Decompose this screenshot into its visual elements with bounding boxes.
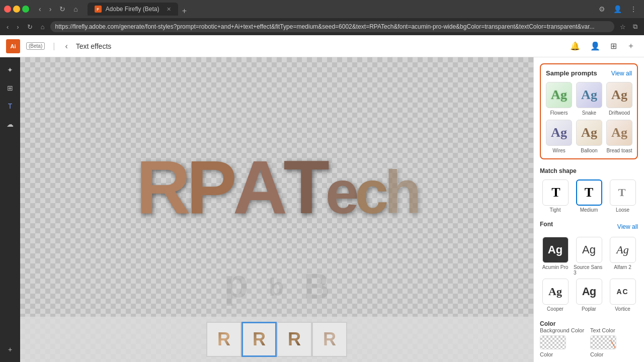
add-icon-btn[interactable]: + bbox=[2, 341, 19, 358]
forward-nav-button[interactable]: › bbox=[47, 4, 54, 14]
prompt-item-balloon[interactable]: Ag Balloon bbox=[576, 120, 602, 153]
thumbnail-3[interactable]: R bbox=[277, 322, 312, 357]
letter-h: h bbox=[384, 157, 417, 227]
addr-forward-button[interactable]: › bbox=[14, 22, 21, 32]
help-button[interactable]: ＋ bbox=[624, 39, 638, 53]
separator: | bbox=[53, 42, 55, 51]
prompt-thumb-snake: Ag bbox=[576, 82, 602, 108]
canvas-area: RPATech p b B R R R bbox=[20, 57, 533, 362]
prompt-label-bread: Bread toast bbox=[606, 148, 632, 153]
grid-icon-btn[interactable]: ⊞ bbox=[2, 79, 19, 97]
font-sourcesans[interactable]: Ag Source Sans 3 bbox=[574, 237, 604, 276]
prompt-label-balloon: Balloon bbox=[581, 148, 597, 153]
menu-button[interactable]: ⋮ bbox=[627, 4, 640, 15]
prompt-label-wires: Wires bbox=[552, 148, 566, 153]
extensions-button[interactable]: ⚙ bbox=[596, 4, 608, 15]
addr-reload-button[interactable]: ↻ bbox=[25, 22, 35, 32]
bg-color-sub-label: Color bbox=[540, 351, 553, 357]
text-color-swatch[interactable]: ╲ bbox=[590, 335, 616, 349]
new-tab-button[interactable]: + bbox=[178, 7, 191, 16]
match-shape-title: Match shape bbox=[540, 167, 638, 174]
shape-grid: T Tight T Medium T Loose bbox=[540, 179, 638, 213]
share-button[interactable]: 🔔 bbox=[567, 39, 583, 53]
font-poplar[interactable]: Ag Poplar bbox=[574, 279, 604, 312]
thumb-letter-2: R bbox=[253, 329, 266, 350]
shape-t-medium: T bbox=[585, 185, 593, 200]
sample-prompts-header: Sample prompts View all bbox=[546, 69, 632, 77]
prompt-thumb-balloon: Ag bbox=[576, 120, 602, 146]
prompt-item-driftwood[interactable]: Ag Driftwood bbox=[606, 82, 632, 116]
main-generated-text: RPATech bbox=[136, 144, 417, 231]
bookmark-button[interactable]: ☆ bbox=[617, 22, 628, 32]
shape-thumb-tight: T bbox=[542, 179, 569, 206]
thumbnail-2[interactable]: R bbox=[242, 322, 277, 357]
profile-button[interactable]: 👤 bbox=[610, 4, 625, 15]
active-tab[interactable]: F Adobe Firefly (Beta) ✕ bbox=[88, 3, 178, 16]
user-avatar[interactable]: 👤 bbox=[587, 39, 603, 53]
font-vortice[interactable]: AC Vortice bbox=[607, 279, 638, 312]
font-thumb-poplar: Ag bbox=[576, 279, 602, 305]
prompt-ag-wires: Ag bbox=[551, 125, 567, 140]
reload-button[interactable]: ↻ bbox=[57, 4, 68, 14]
font-section: Font View all Ag Acumin Pro Ag Source Sa… bbox=[540, 221, 638, 312]
minimize-button[interactable] bbox=[13, 6, 20, 13]
shape-t-loose: T bbox=[618, 186, 627, 199]
apps-button[interactable]: ⊞ bbox=[607, 39, 620, 53]
prompt-ag-flowers: Ag bbox=[551, 87, 567, 103]
back-nav-button[interactable]: ‹ bbox=[36, 4, 44, 14]
page-title: Text effects bbox=[76, 42, 112, 50]
font-acumin[interactable]: Ag Acumin Pro bbox=[540, 237, 571, 276]
font-ag-cooper: Ag bbox=[548, 285, 562, 298]
tab-bar: F Adobe Firefly (Beta) ✕ + bbox=[88, 3, 593, 16]
font-thumb-sourcesans: Ag bbox=[576, 237, 602, 263]
addr-back-button[interactable]: ‹ bbox=[4, 22, 11, 32]
sample-prompts-title: Sample prompts bbox=[546, 69, 597, 77]
thumbnail-1[interactable]: R bbox=[206, 322, 242, 357]
color-row: Background Color Color Text Color ╲ Colo… bbox=[540, 327, 638, 357]
prompt-thumb-flowers: Ag bbox=[546, 82, 572, 108]
prompt-item-snake[interactable]: Ag Snake bbox=[576, 82, 602, 116]
close-button[interactable] bbox=[4, 6, 11, 13]
thumbnail-4[interactable]: R bbox=[312, 322, 347, 357]
font-thumb-acumin: Ag bbox=[542, 237, 569, 263]
shape-label-medium: Medium bbox=[580, 207, 598, 213]
extensions-btn[interactable]: ⧉ bbox=[630, 21, 640, 32]
font-ag-vortice: AC bbox=[616, 288, 628, 296]
address-bar: ‹ › ↻ ⌂ ☆ ⧉ bbox=[0, 18, 644, 35]
shape-loose[interactable]: T Loose bbox=[607, 179, 638, 213]
addr-home-button[interactable]: ⌂ bbox=[38, 22, 47, 32]
sparkle-icon-btn[interactable]: ✦ bbox=[2, 61, 19, 78]
font-header: Font View all bbox=[540, 221, 638, 233]
back-button[interactable]: ‹ bbox=[63, 40, 69, 53]
cloud-icon-btn[interactable]: ☁ bbox=[2, 116, 19, 133]
prompt-item-wires[interactable]: Ag Wires bbox=[546, 120, 572, 153]
prompt-ag-snake: Ag bbox=[581, 87, 597, 103]
font-label-acumin: Acumin Pro bbox=[542, 264, 569, 270]
sample-prompts-view-all[interactable]: View all bbox=[611, 70, 632, 77]
window-controls bbox=[4, 6, 29, 13]
font-ag-acumin: Ag bbox=[548, 243, 562, 256]
left-sidebar: ✦ ⊞ T ☁ + bbox=[0, 57, 20, 362]
address-input[interactable] bbox=[50, 21, 614, 32]
shape-label-loose: Loose bbox=[616, 207, 629, 213]
font-cooper[interactable]: Ag Cooper bbox=[540, 279, 571, 312]
prompt-item-flowers[interactable]: Ag Flowers bbox=[546, 82, 572, 116]
text-icon-btn[interactable]: T bbox=[2, 98, 19, 115]
shape-tight[interactable]: T Tight bbox=[540, 179, 571, 213]
shape-medium[interactable]: T Medium bbox=[574, 179, 604, 213]
font-view-all[interactable]: View all bbox=[617, 223, 638, 230]
font-ag-poplar: Ag bbox=[582, 285, 596, 298]
app-header: Ai (Beta) | ‹ Text effects 🔔 👤 ⊞ ＋ bbox=[0, 35, 644, 57]
header-right: 🔔 👤 ⊞ ＋ bbox=[567, 39, 638, 53]
prompt-label-driftwood: Driftwood bbox=[609, 110, 630, 116]
home-button[interactable]: ⌂ bbox=[71, 4, 80, 14]
maximize-button[interactable] bbox=[22, 6, 29, 13]
prompt-item-bread[interactable]: Ag Bread toast bbox=[606, 120, 632, 153]
color-title: Color bbox=[540, 320, 555, 327]
font-label-alfarn: Alfarn 2 bbox=[614, 264, 631, 270]
font-ag-sourcesans: Ag bbox=[582, 243, 596, 256]
thumbnails-row: R R R R bbox=[20, 317, 533, 362]
background-color-swatch[interactable] bbox=[540, 335, 566, 349]
tab-close-icon[interactable]: ✕ bbox=[167, 6, 171, 13]
font-alfarn[interactable]: Ag Alfarn 2 bbox=[607, 237, 638, 276]
